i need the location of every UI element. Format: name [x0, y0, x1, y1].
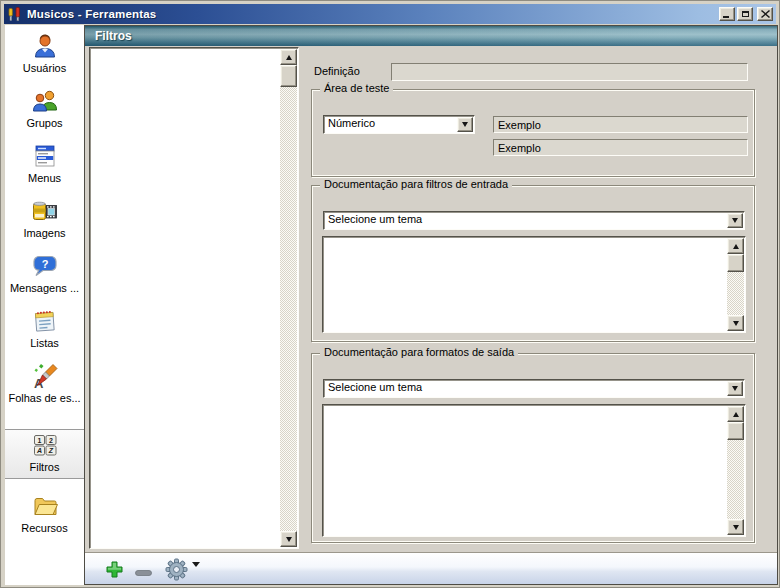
sidebar-item-label: Recursos — [5, 522, 84, 534]
example-field-1[interactable]: Exemplo — [493, 116, 748, 133]
plus-icon — [105, 560, 124, 579]
sidebar-item-listas[interactable]: Listas — [5, 306, 84, 356]
combobox-value: Selecione um tema — [328, 213, 422, 225]
settings-dropdown-arrow[interactable] — [192, 567, 200, 579]
arrow-down-icon — [286, 537, 292, 542]
close-icon — [761, 10, 770, 18]
group-title: Documentação para formatos de saída — [320, 346, 518, 358]
user-icon — [5, 31, 84, 61]
keys-filter-icon: 1 2 A Z — [5, 430, 84, 460]
folder-icon — [5, 491, 84, 521]
scroll-up-button[interactable] — [727, 238, 744, 254]
sidebar-item-label: Usuários — [5, 62, 84, 74]
sidebar-item-label: Folhas de es... — [5, 392, 84, 404]
sidebar-item-usuarios[interactable]: Usuários — [5, 31, 84, 81]
svg-text:1: 1 — [37, 437, 41, 444]
chevron-down-icon — [732, 386, 738, 391]
scroll-down-button[interactable] — [280, 531, 297, 547]
sidebar-item-label: Grupos — [5, 117, 84, 129]
window-title: Musicos - Ferramentas — [27, 8, 156, 20]
minus-icon — [135, 570, 152, 576]
window-controls — [719, 7, 773, 21]
arrow-up-icon — [286, 55, 292, 60]
question-bubble-icon: ? — [5, 251, 84, 281]
combobox-value: Númerico — [328, 117, 375, 129]
arrow-down-icon — [733, 525, 739, 530]
minimize-button[interactable] — [719, 7, 735, 21]
output-topic-combobox[interactable]: Selecione um tema — [323, 379, 745, 398]
gear-icon — [165, 558, 188, 581]
close-button[interactable] — [757, 7, 773, 21]
scrollbar-thumb[interactable] — [727, 422, 744, 440]
maximize-button[interactable] — [737, 7, 753, 21]
listbox-scrollbar — [280, 49, 297, 547]
example-value-2: Exemplo — [498, 142, 541, 154]
scroll-up-button[interactable] — [280, 49, 297, 65]
add-button[interactable] — [105, 560, 124, 581]
output-docs-textarea[interactable] — [322, 404, 746, 537]
input-docs-textarea[interactable] — [322, 236, 746, 333]
filters-listbox[interactable] — [89, 47, 299, 549]
svg-text:A: A — [35, 447, 41, 454]
users-group-icon — [5, 86, 84, 116]
sidebar-item-label: Mensagens ... — [5, 282, 84, 294]
definition-field[interactable] — [391, 63, 748, 81]
sidebar-item-label: Menus — [5, 172, 84, 184]
group-title: Área de teste — [320, 82, 393, 94]
chevron-down-icon — [732, 218, 738, 223]
input-docs-group: Documentação para filtros de entrada Sel… — [311, 185, 755, 342]
app-icon — [7, 6, 23, 22]
settings-button[interactable] — [165, 558, 188, 583]
group-title: Documentação para filtros de entrada — [320, 178, 512, 190]
svg-text:?: ? — [41, 258, 48, 270]
sidebar-item-folhas[interactable]: A Folhas de es... — [5, 361, 84, 411]
scrollbar-track[interactable] — [280, 49, 297, 547]
scroll-up-button[interactable] — [727, 406, 744, 422]
sidebar-item-mensagens[interactable]: ? Mensagens ... — [5, 251, 84, 301]
maximize-icon — [742, 11, 749, 17]
sidebar-item-label: Filtros — [5, 461, 84, 473]
app-window: Musicos - Ferramentas — [0, 0, 780, 588]
type-combobox[interactable]: Númerico — [323, 115, 475, 134]
input-topic-combobox[interactable]: Selecione um tema — [323, 211, 745, 230]
paintbrush-icon: A — [5, 361, 84, 391]
scroll-down-button[interactable] — [727, 315, 744, 331]
bottom-toolbar — [85, 552, 777, 584]
combobox-value: Selecione um tema — [328, 381, 422, 393]
example-field-2[interactable]: Exemplo — [493, 139, 748, 156]
remove-button[interactable] — [135, 566, 152, 578]
content-header: Filtros — [85, 26, 777, 46]
menu-widget-icon — [5, 141, 84, 171]
textarea-scrollbar — [727, 238, 744, 331]
chevron-down-icon — [192, 562, 200, 579]
sidebar: Usuários Grupos — [5, 25, 84, 585]
dropdown-button[interactable] — [727, 381, 743, 396]
svg-text:2: 2 — [49, 437, 53, 444]
sidebar-item-label: Imagens — [5, 227, 84, 239]
sidebar-item-imagens[interactable]: Imagens — [5, 196, 84, 246]
svg-text:Z: Z — [47, 447, 53, 454]
scroll-down-button[interactable] — [727, 519, 744, 535]
notepad-icon — [5, 306, 84, 336]
chevron-down-icon — [462, 122, 468, 127]
arrow-up-icon — [733, 244, 739, 249]
minimize-icon — [723, 16, 729, 18]
sidebar-item-label: Listas — [5, 337, 84, 349]
textarea-scrollbar — [727, 406, 744, 535]
arrow-up-icon — [733, 412, 739, 417]
test-area-group: Área de teste Númerico Exemplo Exemplo — [311, 89, 755, 177]
titlebar[interactable]: Musicos - Ferramentas — [4, 4, 776, 24]
scrollbar-thumb[interactable] — [280, 65, 297, 87]
scrollbar-thumb[interactable] — [727, 254, 744, 272]
output-docs-group: Documentação para formatos de saída Sele… — [311, 353, 755, 543]
sidebar-item-recursos[interactable]: Recursos — [5, 491, 84, 541]
arrow-down-icon — [733, 321, 739, 326]
sidebar-item-menus[interactable]: Menus — [5, 141, 84, 191]
sidebar-item-grupos[interactable]: Grupos — [5, 86, 84, 136]
page-title: Filtros — [95, 29, 132, 43]
dropdown-button[interactable] — [457, 117, 473, 132]
example-value-1: Exemplo — [498, 119, 541, 131]
film-roll-icon — [5, 196, 84, 226]
dropdown-button[interactable] — [727, 213, 743, 228]
sidebar-item-filtros[interactable]: 1 2 A Z Filtros — [5, 429, 84, 479]
